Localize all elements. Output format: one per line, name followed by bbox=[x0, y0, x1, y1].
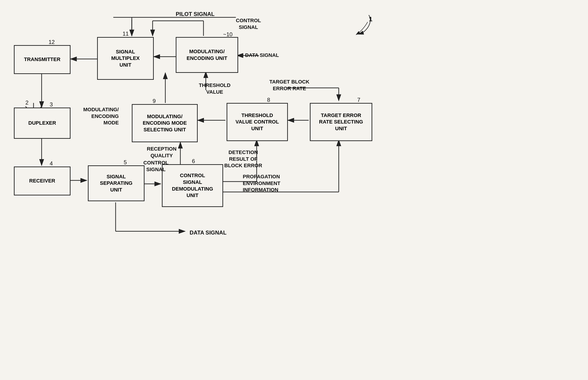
label-propagation-env: PROPAGATIONENVIRONMENTINFORMATION bbox=[243, 173, 280, 193]
label-data-signal-top: DATA SIGNAL bbox=[245, 52, 279, 59]
block-mod-enc-mode-selecting: MODULATING/ENCODING MODESELECTING UNIT bbox=[132, 104, 198, 142]
block-control-signal-demod: CONTROLSIGNALDEMODULATINGUNIT bbox=[162, 164, 223, 207]
duplexer-label: DUPLEXER bbox=[28, 120, 56, 127]
label-data-signal-bottom: DATA SIGNAL bbox=[190, 229, 227, 236]
signal-multiplex-label: SIGNALMULTIPLEXUNIT bbox=[111, 49, 140, 68]
threshold-value-control-label: THRESHOLDVALUE CONTROLUNIT bbox=[236, 112, 279, 132]
ref-9: 9 bbox=[153, 98, 156, 104]
ref-7: 7 bbox=[357, 97, 360, 103]
diagram-container: 2 TRANSMITTER 12 SIGNALMULTIPLEXUNIT 11 … bbox=[0, 0, 588, 380]
block-duplexer: DUPLEXER bbox=[14, 108, 71, 139]
block-transmitter: TRANSMITTER bbox=[14, 45, 71, 74]
block-signal-multiplex: SIGNALMULTIPLEXUNIT bbox=[97, 37, 154, 80]
ref-arrow-svg bbox=[354, 14, 372, 35]
label-target-block-error-rate: TARGET BLOCKERROR RATE bbox=[269, 79, 309, 92]
ref-6: 6 bbox=[192, 158, 195, 164]
receiver-label: RECEIVER bbox=[29, 178, 55, 184]
ref-11: 11 bbox=[123, 31, 129, 37]
ref-4: 4 bbox=[50, 160, 53, 167]
ref-8: 8 bbox=[267, 97, 270, 103]
block-threshold-value-control: THRESHOLDVALUE CONTROLUNIT bbox=[227, 103, 288, 141]
ref-12: 12 bbox=[49, 39, 55, 45]
block-mod-enc: MODULATING/ENCODING UNIT bbox=[176, 37, 238, 73]
target-error-rate-label: TARGET ERRORRATE SELECTINGUNIT bbox=[319, 112, 363, 132]
block-target-error-rate: TARGET ERRORRATE SELECTINGUNIT bbox=[310, 103, 372, 141]
label-control-signal-mid: CONTROLSIGNAL bbox=[143, 160, 168, 173]
ref-3: 3 bbox=[50, 101, 53, 108]
label-mod-enc-mode: MODULATING/ENCODINGMODE bbox=[83, 106, 119, 126]
block-signal-separating: SIGNALSEPARATINGUNIT bbox=[88, 165, 145, 201]
signal-separating-label: SIGNALSEPARATINGUNIT bbox=[100, 173, 132, 193]
ref-2: 2 bbox=[25, 99, 28, 106]
control-signal-demod-label: CONTROLSIGNALDEMODULATINGUNIT bbox=[172, 172, 213, 199]
ref-5: 5 bbox=[124, 159, 127, 166]
label-threshold-value: THRESHOLDVALUE bbox=[199, 82, 231, 95]
block-receiver: RECEIVER bbox=[14, 167, 71, 195]
label-detection-result: DETECTIONRESULT OFBLOCK ERROR bbox=[224, 149, 262, 169]
transmitter-label: TRANSMITTER bbox=[24, 56, 61, 63]
label-reception-quality: RECEPTIONQUALITY bbox=[147, 146, 176, 159]
ref-10: ~10 bbox=[223, 31, 233, 38]
mod-enc-label: MODULATING/ENCODING UNIT bbox=[187, 48, 227, 61]
label-control-signal-top: CONTROLSIGNAL bbox=[236, 17, 261, 31]
label-pilot-signal: PILOT SIGNAL bbox=[176, 10, 215, 18]
mod-enc-mode-selecting-label: MODULATING/ENCODING MODESELECTING UNIT bbox=[143, 113, 187, 133]
